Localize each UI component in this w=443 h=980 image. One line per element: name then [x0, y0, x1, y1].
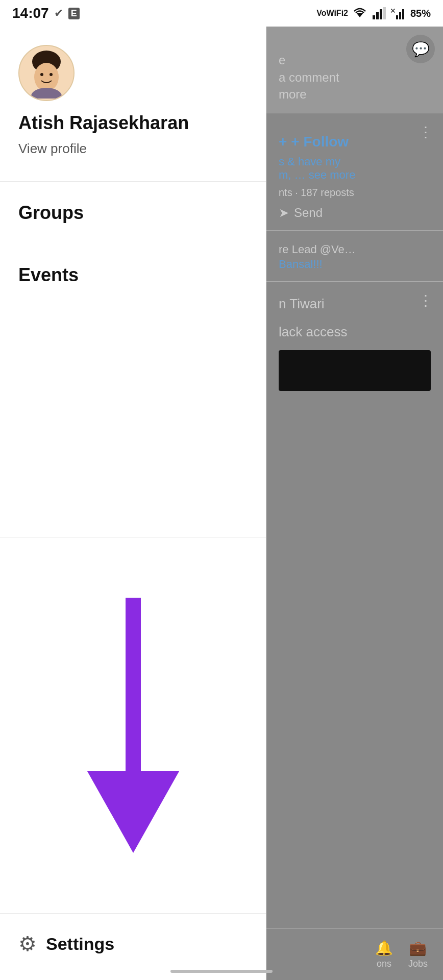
purple-arrow-annotation: [77, 598, 189, 853]
annotation-arrow-container: [0, 537, 266, 913]
right-card-2: ⋮ + + Follow s & have my m, … see more n…: [266, 113, 443, 231]
lack-access-text: lack access: [279, 324, 431, 340]
e-icon: E: [68, 8, 80, 19]
black-bar: [279, 350, 431, 391]
status-time: 14:07: [12, 5, 49, 21]
status-bar: 14:07 ✔ E VoWiFi2 ✕ 85%: [0, 0, 443, 27]
avatar-image: [21, 47, 72, 99]
notifications-label: ons: [377, 959, 391, 969]
main-container: Atish Rajasekharan View profile Groups E…: [0, 27, 443, 980]
card4-more-icon[interactable]: ⋮: [419, 292, 433, 309]
svg-point-12: [40, 73, 43, 76]
vowifi-label: VoWiFi2: [316, 9, 348, 18]
bottom-nav-jobs[interactable]: 💼 Jobs: [408, 940, 428, 969]
jobs-label: Jobs: [408, 959, 428, 969]
card2-stats: nts · 187 reposts: [279, 187, 431, 199]
more-options-icon[interactable]: ⋮: [419, 124, 433, 140]
send-icon: ➤: [279, 206, 289, 220]
chat-bubble-icon: 💬: [412, 41, 430, 58]
status-bar-left: 14:07 ✔ E: [12, 5, 80, 21]
check-icon: ✔: [54, 7, 63, 20]
signal-icon: [372, 7, 386, 19]
bottom-nav-notifications[interactable]: 🔔 ons: [375, 940, 393, 969]
battery-text: 85%: [410, 8, 431, 19]
card2-text1: s & have my: [279, 155, 431, 168]
svg-rect-2: [376, 12, 379, 19]
svg-rect-3: [380, 9, 382, 19]
right-bottom-nav: 🔔 ons 💼 Jobs: [266, 929, 443, 980]
right-top-card: 💬 e a comment more: [266, 27, 443, 113]
right-panel: 💬 e a comment more ⋮ + + Follow s & have…: [266, 27, 443, 980]
nav-item-groups[interactable]: Groups: [0, 182, 266, 244]
card4-person: n Tiwari: [279, 294, 431, 314]
svg-point-11: [34, 63, 59, 91]
status-bar-right: VoWiFi2 ✕ 85%: [316, 7, 431, 19]
signal-x-icon: ✕: [390, 7, 406, 19]
right-card-4: ⋮ n Tiwari lack access: [266, 282, 443, 929]
svg-point-13: [50, 73, 53, 76]
profile-name: Atish Rajasekharan: [18, 112, 248, 134]
home-bar: [170, 970, 273, 973]
profile-section: Atish Rajasekharan View profile: [0, 27, 266, 182]
card2-text2: m, … see more: [279, 168, 431, 182]
svg-rect-1: [373, 15, 375, 19]
gear-icon: ⚙: [18, 932, 37, 955]
svg-rect-4: [383, 7, 386, 19]
svg-rect-8: [402, 9, 404, 19]
view-profile-link[interactable]: View profile: [18, 141, 248, 157]
follow-button[interactable]: + + Follow: [279, 134, 431, 150]
nav-item-events[interactable]: Events: [0, 244, 266, 306]
card3-line2: Bansal!!!: [279, 258, 431, 271]
jobs-icon: 💼: [409, 940, 427, 957]
settings-label: Settings: [46, 934, 114, 954]
send-row: ➤ Send: [279, 206, 431, 220]
right-card-3: re Lead @Ve… Bansal!!!: [266, 231, 443, 282]
notifications-icon: 🔔: [375, 940, 393, 957]
avatar[interactable]: [18, 45, 75, 101]
nav-section: Groups Events: [0, 182, 266, 537]
card3-line1: re Lead @Ve…: [279, 241, 431, 258]
svg-marker-16: [87, 771, 179, 853]
svg-rect-7: [399, 12, 401, 19]
top-card-line2: a comment: [279, 69, 339, 86]
svg-rect-6: [396, 15, 398, 19]
svg-marker-0: [356, 13, 363, 17]
send-label[interactable]: Send: [294, 206, 323, 220]
svg-rect-15: [126, 598, 141, 771]
drawer-panel: Atish Rajasekharan View profile Groups E…: [0, 27, 266, 980]
top-card-line3: more: [279, 86, 339, 103]
top-card-line1: e: [279, 52, 339, 69]
wifi-icon: [352, 7, 367, 19]
svg-text:✕: ✕: [390, 7, 396, 15]
